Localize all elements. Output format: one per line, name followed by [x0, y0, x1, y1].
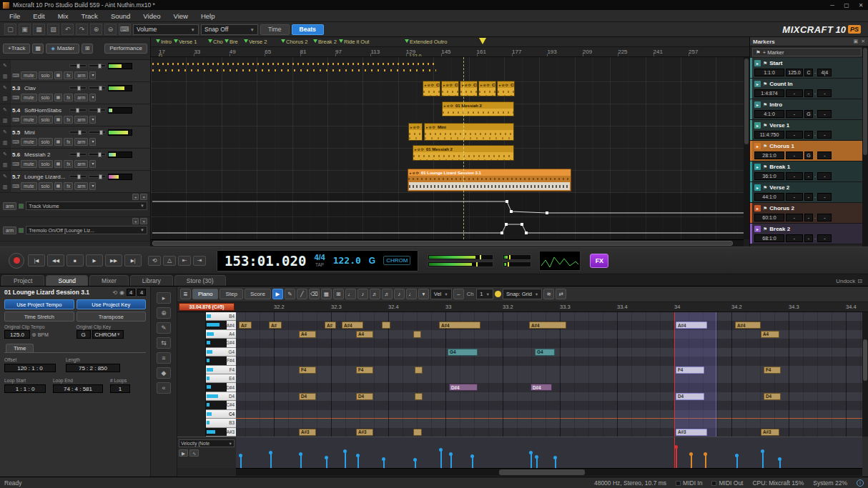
velocity-stem[interactable] [415, 459, 416, 468]
go-to-end-button[interactable]: ▶| [124, 254, 142, 267]
time-signature-display[interactable]: 4/4 [314, 254, 325, 262]
track-name[interactable]: Messiah 2 [24, 151, 67, 158]
midi-note[interactable]: G4 [448, 349, 478, 356]
marker-type-icon[interactable]: ▸ [754, 205, 761, 211]
add-track-button[interactable]: +Track [3, 44, 30, 54]
snap-select[interactable]: Snap Off▼ [201, 24, 258, 35]
clip-body[interactable] [409, 130, 422, 140]
note-value-icon[interactable]: ▾ [418, 289, 429, 299]
export-icon[interactable]: ▧ [47, 24, 59, 35]
menu-help[interactable]: Help [194, 11, 222, 21]
channel-field[interactable]: 1▼ [476, 289, 493, 299]
keyboard-icon[interactable]: ⌨ [12, 161, 19, 167]
marker-tempo-field[interactable]: 125.0 [786, 69, 803, 76]
menu-track[interactable]: Track [74, 11, 104, 21]
clip-pattern[interactable] [152, 61, 436, 74]
section-label-intro[interactable]: Intro [161, 39, 172, 45]
automation-parameter-select[interactable]: Tremolo On/Off [Lounge Liz...▼ [26, 226, 147, 234]
note-value-icon[interactable]: ♪ [394, 289, 405, 299]
piano-key-f4[interactable]: F4 [206, 366, 236, 374]
add-lane-button[interactable]: + [132, 194, 139, 200]
fx-button[interactable]: fx [64, 116, 73, 124]
marker-key-field[interactable]: C [804, 69, 813, 76]
layers-icon[interactable]: ▥ [3, 162, 8, 168]
midi-note[interactable]: F4 [299, 367, 316, 374]
section-marker-icon[interactable] [174, 39, 178, 43]
marker-row-break-1[interactable]: ▸ ⚑ Break 1 36:1:0 - - - - [750, 161, 862, 182]
clip-clav[interactable]: ▸⊘⟳Clav [478, 81, 496, 96]
menu-mix[interactable]: Mix [51, 11, 75, 21]
marker-row-count-in[interactable]: ▸ ⚑ Count In 1:4:874 - - - - [750, 79, 862, 99]
orig-tempo-field[interactable]: 125.0 [4, 330, 30, 339]
marker-signature-field[interactable]: - [817, 214, 832, 221]
keyboard-icon[interactable]: ⌨ [12, 117, 19, 123]
close-button[interactable]: ✕ [854, 2, 868, 9]
zoom-tool-icon[interactable]: ⊕ [157, 307, 171, 319]
layers-icon[interactable]: ▥ [3, 118, 8, 124]
marker-tempo-field[interactable]: - [786, 172, 803, 180]
clip-selected-strip[interactable] [409, 182, 570, 190]
track-dropdown-icon[interactable]: ▾ [89, 160, 96, 168]
marker-type-icon[interactable]: ▸ [754, 60, 761, 66]
clip-header-icons[interactable]: ▸⊘⟳ [444, 104, 454, 108]
velocity-stem[interactable] [779, 459, 781, 468]
marker-row-chorus-2[interactable]: ▸ ⚑ Chorus 2 60:1:0 - - - - [750, 203, 862, 224]
remove-lane-button[interactable]: × [140, 218, 147, 224]
piano-key-cs4[interactable]: C#4 [206, 401, 236, 409]
velocity-lane[interactable] [236, 437, 862, 468]
pencil-icon[interactable]: ✎ [285, 289, 295, 299]
solo-button[interactable]: solo [39, 116, 53, 124]
midi-note[interactable]: D#4 [449, 384, 478, 391]
marker-key-field[interactable]: - [804, 193, 813, 201]
loop-end-field[interactable]: 74 : 4 : 581 [53, 384, 103, 393]
keyboard-icon[interactable]: ⌨ [12, 184, 19, 189]
collapse-panel-icon[interactable]: « [157, 382, 171, 394]
marker-name[interactable]: Start [769, 60, 782, 66]
velocity-tool-icon[interactable]: ▶ [179, 449, 188, 457]
marker-signature-field[interactable]: - [817, 151, 832, 159]
piano-roll-vertical-scrollbar[interactable] [862, 312, 868, 437]
punch-out-icon[interactable]: ⇥ [193, 256, 206, 266]
velocity-stem[interactable] [691, 454, 692, 468]
num-loops-field[interactable]: 1 [110, 384, 130, 393]
clip-header[interactable]: ▸⊘⟳Mini [409, 124, 422, 130]
marker-key-field[interactable]: - [804, 234, 813, 242]
scrollbar-thumb[interactable] [152, 241, 733, 246]
track-row[interactable]: ✎▥ 5.6 Messiah 2 ⌨ mute solo ▦ fx arm ▾ [0, 149, 150, 171]
track-row[interactable]: ✎▥ 5.4 SoftHornStabs ⌨ mute solo ▦ fx ar… [0, 104, 150, 126]
section-marker-icon[interactable] [156, 39, 160, 43]
tab-store-30-[interactable]: Store (30) [174, 275, 226, 286]
new-project-icon[interactable]: ▢ [4, 24, 16, 35]
marker-tempo-field[interactable]: - [786, 214, 803, 221]
section-marker-strip[interactable]: IntroVerse 1ChoBreVerse 2Chorus 2Break 2… [151, 37, 749, 47]
grid-icon[interactable]: ▦ [321, 289, 332, 299]
midi-note[interactable]: F4 [676, 367, 704, 374]
clip-header-icons[interactable]: ▸⊘⟳ [410, 125, 420, 129]
velocity-stem[interactable] [531, 452, 532, 468]
marker-tool-icon[interactable]: ◆ [157, 367, 171, 379]
note-value-icon[interactable]: ♬ [370, 289, 380, 299]
fx-button[interactable]: FX [590, 254, 608, 268]
fx-button[interactable]: fx [64, 182, 73, 190]
marker-row-start[interactable]: ▸ ⚑ Start 1:1:0 125.0 C - 4|4 [750, 58, 862, 79]
menu-edit[interactable]: Edit [26, 11, 51, 21]
track-dropdown-icon[interactable]: ▾ [89, 182, 96, 190]
piano-roll-ruler[interactable]: 33.04.876 (C#5) 32.232.332.43333.233.333… [177, 302, 868, 312]
midi-note[interactable]: D4 [299, 393, 316, 400]
solo-button[interactable]: solo [39, 160, 53, 168]
arm-button[interactable]: arm [74, 71, 88, 79]
position-display[interactable]: 153:01.020 [225, 253, 306, 269]
section-label-extended-outro[interactable]: Extended Outro [410, 39, 448, 45]
redo-icon[interactable]: ↷ [76, 24, 88, 35]
note-value-icon[interactable]: ♩ [406, 289, 417, 299]
marker-name[interactable]: Intro [769, 101, 782, 108]
edit-icon[interactable]: ✎ [3, 85, 7, 91]
marker-signature-field[interactable]: - [817, 131, 832, 139]
section-label-chorus-2[interactable]: Chorus 2 [286, 39, 307, 45]
clip-body[interactable] [442, 88, 458, 96]
volume-slider[interactable] [69, 131, 87, 134]
marker-name[interactable]: Break 1 [769, 164, 790, 170]
mode-tab-step[interactable]: Step [220, 289, 242, 299]
keyboard-icon[interactable]: ⌨ [12, 139, 19, 145]
clip-header[interactable]: ▸⊘⟳Clav [479, 81, 495, 88]
